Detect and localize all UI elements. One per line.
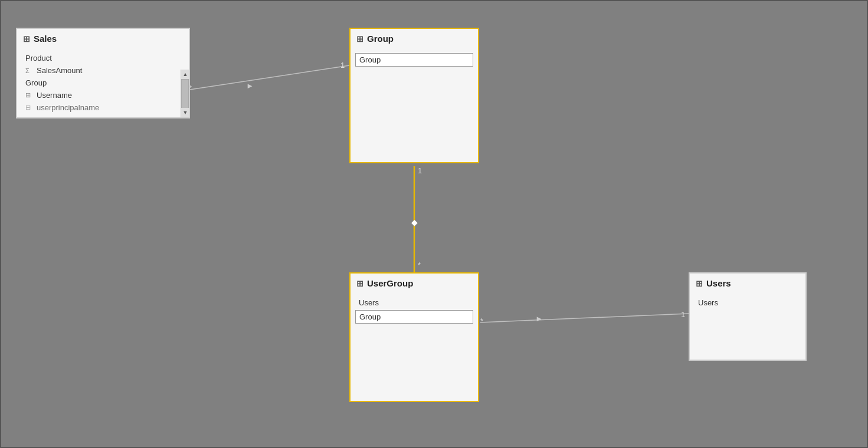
users-field-users[interactable]: Users	[695, 297, 801, 309]
sales-field-product-label: Product	[25, 54, 52, 62]
usergroup-table-body: Users Group	[351, 293, 478, 328]
group-table-body: Group	[351, 48, 478, 84]
sales-table-header: ⊞ Sales	[17, 29, 189, 48]
users-table-body: Users	[690, 293, 805, 328]
group-usergroup-from-label: 1	[418, 166, 422, 175]
usergroup-table-icon: ⊞	[356, 279, 363, 288]
users-table[interactable]: ⊞ Users Users	[689, 272, 807, 361]
calc-icon: ⊞	[25, 91, 34, 99]
users-table-name: Users	[706, 278, 731, 288]
usergroup-field-users[interactable]: Users	[355, 297, 473, 309]
group-usergroup-diamond: ◆	[411, 218, 418, 227]
usergroup-users-arrow: ◄	[535, 314, 543, 323]
sales-group-arrow: ◄	[246, 81, 254, 90]
group-table[interactable]: ⊞ Group Group	[349, 28, 479, 163]
sales-field-salesamount[interactable]: Σ SalesAmount	[22, 64, 178, 77]
sales-field-group-label: Group	[25, 78, 47, 87]
sales-table-name: Sales	[34, 34, 57, 44]
usergroup-field-group[interactable]: Group	[355, 310, 473, 324]
sales-field-username[interactable]: ⊞ Username	[22, 89, 178, 101]
users-table-header: ⊞ Users	[690, 274, 805, 293]
usergroup-field-users-label: Users	[359, 298, 379, 307]
sales-field-salesamount-label: SalesAmount	[37, 66, 82, 75]
usergroup-table[interactable]: ⊞ UserGroup Users Group	[349, 272, 479, 402]
sales-field-product[interactable]: Product	[22, 52, 178, 64]
sigma-icon: Σ	[25, 67, 34, 74]
sales-group-to-label: 1	[340, 61, 345, 70]
users-table-icon: ⊞	[696, 279, 703, 288]
sales-table-body: Product Σ SalesAmount Group ⊞ Username ⊟…	[17, 48, 189, 117]
diagram-canvas[interactable]: * ◄ 1 1 ◆ * * ◄ 1 ⊞ Sales Product Σ Sale…	[0, 0, 868, 448]
sales-field-upn[interactable]: ⊟ userprincipalname	[22, 101, 178, 114]
users-field-users-label: Users	[698, 298, 718, 307]
usergroup-users-to-label: 1	[681, 310, 685, 319]
sales-table[interactable]: ⊞ Sales Product Σ SalesAmount Group ⊞ Us…	[16, 28, 190, 118]
table2-icon: ⊟	[25, 104, 34, 111]
group-table-name: Group	[367, 34, 394, 44]
sales-table-icon: ⊞	[23, 34, 30, 44]
usergroup-field-group-label: Group	[359, 312, 381, 321]
sales-field-username-label: Username	[37, 91, 72, 100]
sales-field-upn-label: userprincipalname	[37, 103, 99, 112]
sales-field-group[interactable]: Group	[22, 77, 178, 89]
svg-line-2	[480, 314, 689, 322]
sales-scrollbar[interactable]: ▲ ▼	[181, 70, 189, 117]
usergroup-table-name: UserGroup	[367, 278, 413, 288]
group-table-icon: ⊞	[356, 34, 363, 44]
group-table-header: ⊞ Group	[351, 29, 478, 48]
scroll-down-button[interactable]: ▼	[181, 108, 189, 117]
scroll-up-button[interactable]: ▲	[181, 70, 189, 79]
group-field-group[interactable]: Group	[355, 53, 473, 67]
group-usergroup-to-label: *	[418, 261, 421, 269]
svg-line-0	[190, 65, 349, 90]
usergroup-table-header: ⊞ UserGroup	[351, 274, 478, 293]
group-field-group-label: Group	[359, 55, 381, 64]
usergroup-users-from-label: *	[480, 317, 483, 325]
